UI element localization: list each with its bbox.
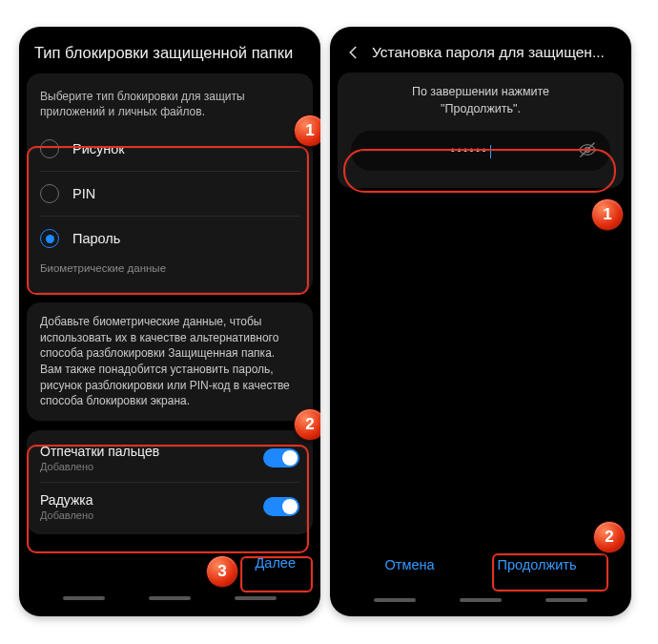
next-button[interactable]: Далее bbox=[240, 546, 311, 580]
option-password[interactable]: Пароль bbox=[27, 217, 313, 260]
bio-iris[interactable]: Радужка Добавлено bbox=[27, 483, 313, 530]
android-nav bbox=[330, 590, 631, 611]
eye-off-icon[interactable] bbox=[578, 140, 597, 162]
lock-type-desc: Выберите тип блокировки для защиты прило… bbox=[27, 83, 313, 127]
hint-line2: "Продолжить". bbox=[441, 102, 521, 115]
biometrics-subheader: Биометрические данные bbox=[27, 260, 313, 278]
page-title: Установка пароля для защищен... bbox=[330, 27, 631, 69]
bio-label: Отпечатки пальцев bbox=[40, 444, 159, 459]
back-icon[interactable] bbox=[345, 44, 362, 61]
biometrics-desc: Добавьте биометрические данные, чтобы ис… bbox=[27, 302, 313, 420]
toggle-on-icon[interactable] bbox=[263, 497, 299, 516]
bio-label: Радужка bbox=[40, 492, 93, 508]
option-label: PIN bbox=[72, 186, 95, 201]
left-screenshot: Тип блокировки защищенной папки Выберите… bbox=[19, 27, 320, 616]
radio-unchecked-icon bbox=[40, 139, 59, 158]
option-pin[interactable]: PIN bbox=[27, 172, 313, 216]
password-input[interactable]: •••••• bbox=[351, 131, 610, 171]
continue-button[interactable]: Продолжить bbox=[483, 548, 592, 582]
bio-sublabel: Добавлено bbox=[40, 509, 93, 521]
page-title: Тип блокировки защищенной папки bbox=[19, 27, 320, 70]
footer-buttons: Отмена Продолжить bbox=[330, 542, 631, 590]
radio-unchecked-icon bbox=[40, 184, 59, 203]
cancel-button[interactable]: Отмена bbox=[370, 548, 450, 582]
right-screenshot: Установка пароля для защищен... По завер… bbox=[330, 27, 631, 616]
bio-fingerprint[interactable]: Отпечатки пальцев Добавлено bbox=[27, 434, 313, 482]
option-pattern[interactable]: Рисунок bbox=[27, 127, 313, 171]
biometrics-card: Отпечатки пальцев Добавлено Радужка Доба… bbox=[27, 430, 313, 534]
radio-checked-icon bbox=[40, 229, 59, 248]
option-label: Рисунок bbox=[72, 141, 125, 156]
password-value: •••••• bbox=[364, 143, 578, 158]
option-label: Пароль bbox=[72, 231, 120, 246]
lock-type-card: Выберите тип блокировки для защиты прило… bbox=[27, 73, 313, 293]
footer-buttons: Далее bbox=[19, 540, 320, 588]
password-card: По завершении нажмите "Продолжить". ••••… bbox=[338, 73, 624, 188]
android-nav bbox=[19, 588, 320, 609]
hint-line1: По завершении нажмите bbox=[412, 85, 549, 98]
bio-sublabel: Добавлено bbox=[40, 461, 159, 472]
toggle-on-icon[interactable] bbox=[263, 448, 299, 467]
